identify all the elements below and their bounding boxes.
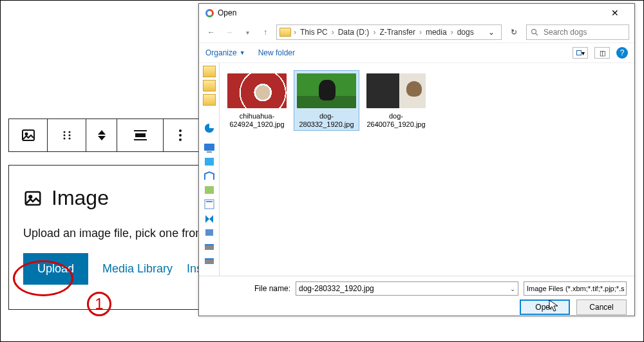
svg-point-16 xyxy=(532,30,536,34)
file-item[interactable]: chihuahua-624924_1920.jpg xyxy=(225,71,289,130)
file-name: chihuahua-624924_1920.jpg xyxy=(226,112,288,129)
crumb-ztransfer[interactable]: Z-Transfer xyxy=(378,28,417,37)
file-name: dog-280332_1920.jpg xyxy=(296,112,357,129)
filename-label: File name: xyxy=(207,284,290,293)
svg-rect-19 xyxy=(207,151,212,153)
chevron-down-icon: ▼ xyxy=(240,50,245,56)
svg-rect-9 xyxy=(135,133,146,137)
crumb-this-pc[interactable]: This PC xyxy=(299,28,329,37)
cancel-button[interactable]: Cancel xyxy=(576,299,627,315)
file-open-dialog: Open ✕ ← → ▾ ↑ › This PC› Data (D:)› Z-T… xyxy=(198,3,635,316)
svg-rect-28 xyxy=(205,258,214,260)
file-item[interactable]: dog-2640076_1920.jpg xyxy=(364,71,428,130)
svg-point-4 xyxy=(63,138,65,140)
open-button[interactable]: Open xyxy=(520,299,570,315)
dialog-body: chihuahua-624924_1920.jpg dog-280332_192… xyxy=(199,63,634,276)
svg-rect-18 xyxy=(204,144,214,151)
navigation-pane[interactable] xyxy=(199,63,220,276)
svg-point-5 xyxy=(68,131,70,133)
file-item[interactable]: dog-280332_1920.jpg xyxy=(294,71,359,130)
svg-point-12 xyxy=(179,134,182,137)
crumb-media[interactable]: media xyxy=(424,28,448,37)
search-field[interactable] xyxy=(542,27,625,37)
thumbnail xyxy=(297,73,356,108)
refresh-button[interactable]: ↻ xyxy=(506,24,522,40)
media-library-link[interactable]: Media Library xyxy=(102,262,173,276)
organize-menu[interactable]: Organize ▼ xyxy=(205,48,245,57)
crumb-data-d[interactable]: Data (D:) xyxy=(337,28,371,37)
up-button[interactable]: ↑ xyxy=(258,25,272,39)
crumb-dogs[interactable]: dogs xyxy=(456,28,475,37)
chevron-down-icon[interactable]: ⌄ xyxy=(510,285,515,292)
svg-rect-21 xyxy=(205,186,214,194)
file-name: dog-2640076_1920.jpg xyxy=(365,112,427,129)
file-list: chihuahua-624924_1920.jpg dog-280332_192… xyxy=(220,63,634,276)
image-icon xyxy=(23,189,43,208)
filename-input[interactable]: dog-280332_1920.jpg ⌄ xyxy=(296,281,518,296)
svg-point-1 xyxy=(25,133,27,135)
svg-rect-10 xyxy=(134,139,147,140)
svg-rect-24 xyxy=(205,229,213,236)
svg-rect-8 xyxy=(134,130,147,131)
svg-point-13 xyxy=(179,138,182,141)
move-arrows[interactable] xyxy=(86,119,117,151)
address-bar: ← → ▾ ↑ › This PC› Data (D:)› Z-Transfer… xyxy=(199,22,634,43)
svg-point-3 xyxy=(63,135,65,137)
drag-handle-icon[interactable] xyxy=(48,119,86,151)
help-icon[interactable]: ? xyxy=(616,47,628,59)
chevron-down-icon[interactable]: ⌄ xyxy=(625,285,627,292)
breadcrumb[interactable]: › This PC› Data (D:)› Z-Transfer› media›… xyxy=(276,24,502,40)
dialog-titlebar: Open ✕ xyxy=(199,4,634,22)
file-type-filter[interactable]: Image Files (*.xbm;*.tif;*.pjp;*.s ⌄ xyxy=(524,281,627,296)
forward-button[interactable]: → xyxy=(222,25,236,39)
svg-rect-23 xyxy=(206,201,213,202)
block-title-text: Image xyxy=(52,186,109,210)
breadcrumb-dropdown-icon[interactable]: ⌄ xyxy=(484,28,498,37)
preview-pane-button[interactable]: ◫ xyxy=(594,47,610,59)
more-options-icon[interactable] xyxy=(164,119,197,151)
upload-button[interactable]: Upload xyxy=(23,253,88,285)
svg-point-7 xyxy=(68,138,70,140)
svg-point-15 xyxy=(29,195,32,198)
filename-value: dog-280332_1920.jpg xyxy=(299,284,374,293)
search-input[interactable] xyxy=(526,24,629,40)
filter-text: Image Files (*.xbm;*.tif;*.pjp;*.s xyxy=(527,285,625,292)
new-folder-button[interactable]: New folder xyxy=(258,48,295,57)
svg-rect-26 xyxy=(205,244,214,245)
svg-point-6 xyxy=(68,135,70,137)
block-type-icon[interactable] xyxy=(9,119,48,151)
recent-dropdown-icon[interactable]: ▾ xyxy=(240,25,254,39)
dialog-title: Open xyxy=(218,8,236,17)
alignment-icon[interactable] xyxy=(117,119,164,151)
folder-icon xyxy=(279,28,291,37)
back-button[interactable]: ← xyxy=(204,25,218,39)
thumbnail xyxy=(366,73,426,108)
toolbar: Organize ▼ New folder ▾ ◫ ? xyxy=(199,43,634,63)
thumbnail xyxy=(227,73,287,108)
svg-rect-20 xyxy=(205,158,214,166)
svg-point-2 xyxy=(63,131,65,133)
svg-line-17 xyxy=(536,33,538,35)
chrome-icon xyxy=(205,9,214,17)
dialog-footer: File name: dog-280332_1920.jpg ⌄ Image F… xyxy=(199,276,634,321)
close-icon[interactable]: ✕ xyxy=(602,5,628,21)
search-icon xyxy=(531,28,538,36)
svg-point-11 xyxy=(179,129,182,132)
view-mode-button[interactable]: ▾ xyxy=(573,47,588,59)
